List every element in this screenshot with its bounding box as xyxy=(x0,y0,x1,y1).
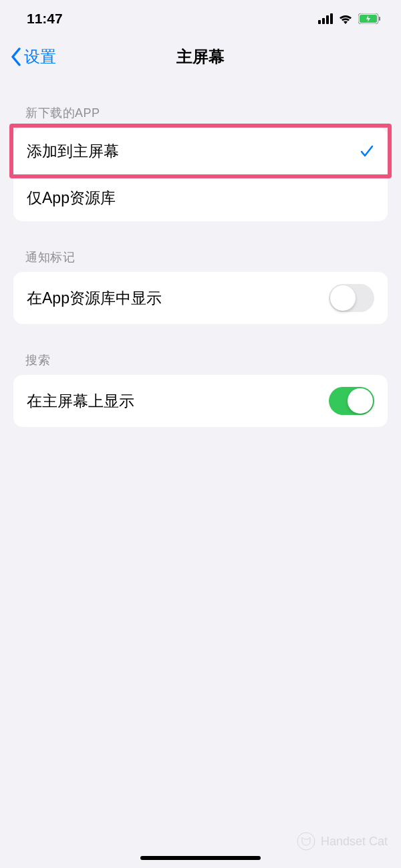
row-show-on-home: 在主屏幕上显示 xyxy=(13,375,388,427)
page-title: 主屏幕 xyxy=(176,46,225,67)
watermark-text: Handset Cat xyxy=(321,835,388,849)
switch-knob xyxy=(348,388,373,414)
option-app-library-only[interactable]: 仅App资源库 xyxy=(13,174,388,221)
status-bar: 11:47 xyxy=(0,0,401,37)
watermark-logo-icon xyxy=(297,832,315,851)
back-button[interactable]: 设置 xyxy=(11,46,56,67)
status-time: 11:47 xyxy=(27,11,63,27)
back-label: 设置 xyxy=(24,46,56,67)
notification-badges-group: 在App资源库中显示 xyxy=(13,272,388,324)
battery-charging-icon xyxy=(358,13,381,24)
option-add-to-home[interactable]: 添加到主屏幕 xyxy=(13,128,388,174)
toggle-show-on-home[interactable] xyxy=(329,387,374,415)
nav-bar: 设置 主屏幕 xyxy=(0,37,401,77)
svg-rect-2 xyxy=(379,17,380,21)
chevron-left-icon xyxy=(11,47,21,66)
watermark: Handset Cat xyxy=(297,832,388,851)
option-label: 仅App资源库 xyxy=(27,188,116,208)
home-indicator[interactable] xyxy=(140,856,261,860)
row-label: 在主屏幕上显示 xyxy=(27,391,134,412)
toggle-show-in-library[interactable] xyxy=(329,284,374,312)
section-header-new-downloads: 新下载的APP xyxy=(13,77,388,128)
wifi-icon xyxy=(338,13,353,24)
search-group: 在主屏幕上显示 xyxy=(13,375,388,427)
row-label: 在App资源库中显示 xyxy=(27,288,162,309)
status-icons xyxy=(318,13,381,24)
section-header-search: 搜索 xyxy=(13,324,388,375)
new-downloads-group: 添加到主屏幕 仅App资源库 xyxy=(13,128,388,221)
checkmark-icon xyxy=(360,144,374,158)
content-area: 新下载的APP 添加到主屏幕 仅App资源库 通知标记 在App资源库中显示 搜… xyxy=(0,77,401,427)
switch-knob xyxy=(330,285,356,311)
svg-point-3 xyxy=(297,833,315,850)
option-label: 添加到主屏幕 xyxy=(27,141,119,162)
cellular-signal-icon xyxy=(318,13,333,24)
section-header-notification-badges: 通知标记 xyxy=(13,221,388,272)
row-show-in-library: 在App资源库中显示 xyxy=(13,272,388,324)
